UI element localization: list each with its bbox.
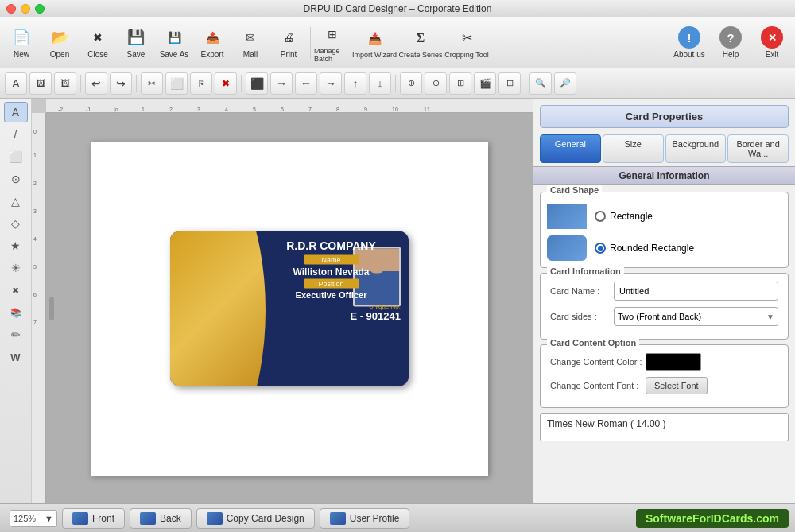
toolbar-saveas[interactable]: 💾 Save As (156, 21, 192, 65)
tab-background[interactable]: Background (665, 134, 727, 163)
right-panel: Card Properties General Size Background … (533, 99, 795, 503)
t2-align-left[interactable]: ⬛ (246, 72, 268, 95)
card-sides-select[interactable]: Two (Front and Back) ▼ (614, 307, 778, 326)
zoom-out-icon: 🔎 (560, 78, 571, 88)
left-tool-rect[interactable]: ⬜ (4, 146, 28, 167)
left-tool-triangle[interactable]: △ (4, 191, 28, 212)
t2-move-right[interactable]: → (320, 72, 342, 95)
left-tool-pencil[interactable]: ✏ (4, 324, 28, 345)
traffic-lights (6, 4, 45, 14)
t2-move-down[interactable]: ↓ (369, 72, 391, 95)
copy-card-design-button[interactable]: Copy Card Design (196, 508, 315, 529)
left-tool-line[interactable]: / (4, 124, 28, 145)
t2-redo[interactable]: ↪ (110, 72, 132, 95)
content-color-swatch[interactable] (646, 353, 701, 371)
rectangle-radio[interactable]: Rectangle (595, 211, 653, 222)
card-name-input[interactable] (614, 282, 778, 301)
toolbar-create-series[interactable]: Σ Create Series (398, 21, 443, 65)
left-tool-cross[interactable]: ✖ (4, 280, 28, 301)
canvas-scroll-indicator (49, 297, 54, 320)
toolbar-manage-batch[interactable]: ⊞ Manage Batch (314, 21, 351, 65)
t2-zoom-in[interactable]: 🔍 (529, 72, 552, 95)
t2-undo[interactable]: ↩ (85, 72, 107, 95)
shape-option-rounded[interactable]: Rounded Rectangle (547, 235, 781, 261)
front-btn-icon (72, 512, 88, 525)
about-icon: ! (678, 26, 700, 49)
t2-image2-tool[interactable]: 🖼 (54, 72, 76, 95)
rounded-radio[interactable]: Rounded Rectangle (595, 243, 694, 254)
left-tool-diamond[interactable]: ◇ (4, 213, 28, 234)
toolbar-open[interactable]: 📂 Open (41, 21, 78, 65)
rect-tool-icon: ⬜ (9, 150, 22, 163)
back-btn-label: Back (160, 513, 181, 524)
save-icon: 💾 (125, 26, 147, 49)
t2-group[interactable]: ⊕ (400, 72, 422, 95)
t2-delete[interactable]: ✖ (215, 72, 237, 95)
toolbar-sep1 (310, 27, 311, 59)
rounded-radio-button[interactable] (595, 243, 606, 254)
toolbar-save[interactable]: 💾 Save (118, 21, 154, 65)
rounded-label: Rounded Rectangle (610, 243, 694, 254)
snowflake-icon: ✳ (11, 262, 21, 274)
t2-ungroup[interactable]: ⊕ (425, 72, 447, 95)
tab-border[interactable]: Border and Wa... (727, 134, 789, 163)
card-sides-row: Card sides : Two (Front and Back) ▼ (547, 307, 781, 326)
left-tool-library[interactable]: 📚 (4, 302, 28, 323)
t2-move-up[interactable]: ↑ (344, 72, 366, 95)
card-shape-label: Card Shape (547, 185, 602, 195)
front-button[interactable]: Front (62, 508, 125, 529)
back-button[interactable]: Back (130, 508, 192, 529)
left-tool-text[interactable]: A (4, 102, 28, 122)
toolbar-new[interactable]: 📄 New (3, 21, 40, 65)
ruler-top: -2 -1 |o 1 2 3 4 5 6 7 8 9 10 11 (46, 99, 533, 113)
t2-zoom-out[interactable]: 🔎 (554, 72, 576, 95)
tab-size[interactable]: Size (603, 134, 664, 163)
t2-copy[interactable]: ⎘ (190, 72, 212, 95)
toolbar-exit[interactable]: ✕ Exit (752, 21, 792, 65)
toolbar-help[interactable]: ? Help (711, 21, 750, 65)
toolbar-about-label: About us (673, 50, 704, 59)
t2-cut[interactable]: ✂ (141, 72, 163, 95)
right-toolbar: ! About us ? Help ✕ Exit (669, 21, 792, 65)
toolbar-close[interactable]: ✖ Close (80, 21, 116, 65)
left-tool-text2[interactable]: W (4, 347, 28, 367)
toolbar-print[interactable]: 🖨 Print (270, 21, 307, 65)
id-card[interactable]: R.D.R COMPANY Name Williston Nevada Posi… (170, 231, 409, 386)
t2-grid[interactable]: ⊞ (449, 72, 471, 95)
ellipse-icon: ⊙ (11, 173, 21, 185)
t2-rect[interactable]: ⬜ (165, 72, 188, 95)
toolbar-mail[interactable]: ✉ Mail (232, 21, 269, 65)
left-tool-ellipse[interactable]: ⊙ (4, 169, 28, 189)
align-right-icon: → (276, 77, 287, 90)
user-profile-button[interactable]: User Profile (320, 508, 410, 529)
zoom-select[interactable]: 125% ▼ (10, 510, 57, 527)
toolbar-cropping-tool[interactable]: ✂ Cropping Tool (444, 21, 489, 65)
cut-icon: ✂ (148, 78, 156, 89)
minimize-traffic-light[interactable] (21, 4, 30, 14)
diamond-icon: ◇ (11, 217, 20, 230)
t2-text-tool[interactable]: A (5, 72, 27, 95)
rectangle-radio-button[interactable] (595, 211, 606, 222)
cropping-tool-icon: ✂ (456, 27, 478, 49)
t2-table[interactable]: ⊞ (498, 72, 521, 95)
close-traffic-light[interactable] (6, 4, 16, 14)
toolbar-about[interactable]: ! About us (669, 21, 709, 65)
canvas-area[interactable]: -2 -1 |o 1 2 3 4 5 6 7 8 9 10 11 0 1 2 3… (32, 99, 533, 503)
shape-option-rectangle[interactable]: Rectangle (547, 204, 781, 229)
left-tool-snowflake[interactable]: ✳ (4, 258, 28, 278)
t2-sep4 (395, 75, 396, 92)
t2-align-right[interactable]: → (270, 72, 293, 95)
t2-move-left[interactable]: ← (295, 72, 317, 95)
maximize-traffic-light[interactable] (35, 4, 45, 14)
toolbar-export[interactable]: 📤 Export (194, 21, 231, 65)
t2-film[interactable]: 🎬 (474, 72, 496, 95)
toolbar-open-label: Open (50, 50, 69, 59)
branding-text: SoftwareForIDCards.com (646, 512, 779, 525)
select-font-button[interactable]: Select Font (646, 377, 708, 394)
toolbar-import-wizard[interactable]: 📥 Import Wizard (352, 21, 397, 65)
t2-image-tool[interactable]: 🖼 (29, 72, 52, 95)
tab-general[interactable]: General (540, 134, 601, 163)
close-icon: ✖ (87, 26, 109, 49)
rect-icon: ⬜ (170, 77, 184, 90)
left-tool-star[interactable]: ★ (4, 235, 28, 256)
